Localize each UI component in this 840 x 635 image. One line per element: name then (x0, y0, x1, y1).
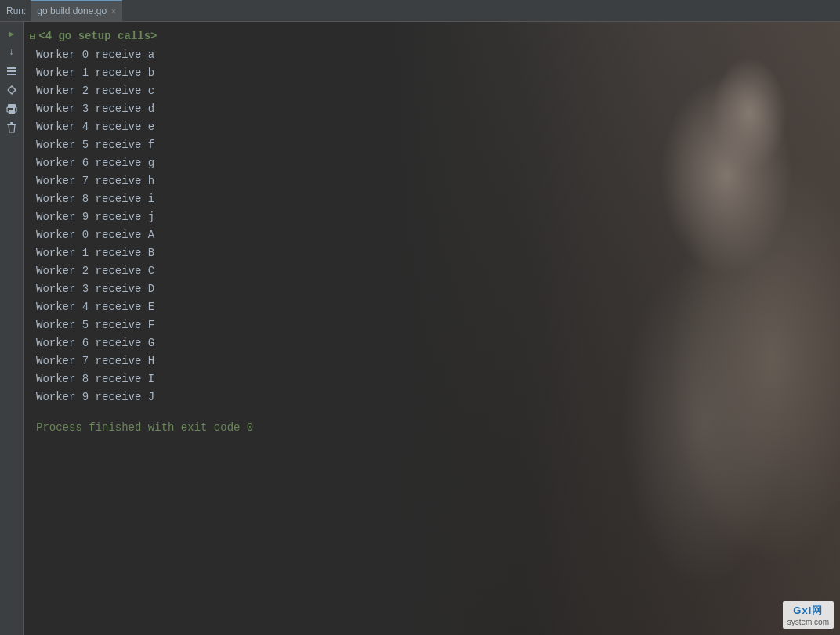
clear-button[interactable] (3, 119, 20, 136)
console-header-text: <4 go setup calls> (38, 28, 157, 45)
watermark: Gxi网 system.com (783, 601, 834, 629)
tab-bar: Run: go build done.go × (0, 0, 840, 22)
console-line: Worker 1 receive b (24, 64, 840, 82)
console-line: Worker 2 receive c (24, 82, 840, 100)
svg-rect-6 (13, 108, 15, 110)
console-lines-container: Worker 0 receive aWorker 1 receive bWork… (24, 46, 840, 406)
svg-rect-2 (7, 74, 16, 75)
console-line: Worker 7 receive h (24, 172, 840, 190)
console-line: Worker 4 receive E (24, 298, 840, 316)
menu-button[interactable] (3, 63, 20, 80)
spacer (24, 406, 840, 419)
console-footer: Process finished with exit code 0 (24, 419, 840, 437)
console-line: Worker 9 receive j (24, 208, 840, 226)
svg-rect-0 (7, 67, 16, 69)
main-layout: ▶ ↓ (0, 22, 840, 635)
watermark-top: Gxi网 (793, 604, 823, 618)
console-line: Worker 8 receive I (24, 370, 840, 388)
console-line: Worker 2 receive C (24, 262, 840, 280)
svg-rect-8 (10, 122, 13, 124)
run-label: Run: (6, 5, 26, 16)
console-content[interactable]: ⊟ <4 go setup calls> Worker 0 receive aW… (24, 22, 840, 635)
console-line: Worker 8 receive i (24, 190, 840, 208)
console-line: Worker 4 receive e (24, 118, 840, 136)
print-button[interactable] (3, 100, 20, 117)
down-button[interactable]: ↓ (3, 44, 20, 61)
console-line: Worker 6 receive g (24, 154, 840, 172)
console-line: Worker 6 receive G (24, 334, 840, 352)
active-tab[interactable]: go build done.go × (31, 0, 122, 21)
console-line: Worker 7 receive H (24, 352, 840, 370)
svg-rect-5 (9, 110, 15, 114)
watermark-bottom: system.com (788, 618, 829, 626)
tab-close-icon[interactable]: × (111, 7, 116, 16)
console-line: Worker 9 receive J (24, 388, 840, 406)
console-line: Worker 3 receive D (24, 280, 840, 298)
console-line: Worker 0 receive a (24, 46, 840, 64)
svg-rect-7 (7, 124, 16, 125)
svg-rect-1 (7, 70, 16, 72)
console-line: Worker 5 receive F (24, 316, 840, 334)
rerun-button[interactable] (3, 81, 20, 99)
left-toolbar: ▶ ↓ (0, 22, 24, 635)
console-line: Worker 5 receive f (24, 136, 840, 154)
tab-title: go build done.go (37, 5, 107, 16)
console-header: ⊟ <4 go setup calls> (24, 27, 840, 46)
fold-icon: ⊟ (30, 30, 35, 44)
console-area: ⊟ <4 go setup calls> Worker 0 receive aW… (24, 22, 840, 635)
console-line: Worker 0 receive A (24, 226, 840, 244)
run-button[interactable]: ▶ (3, 25, 20, 42)
console-line: Worker 3 receive d (24, 100, 840, 118)
console-line: Worker 1 receive B (24, 244, 840, 262)
